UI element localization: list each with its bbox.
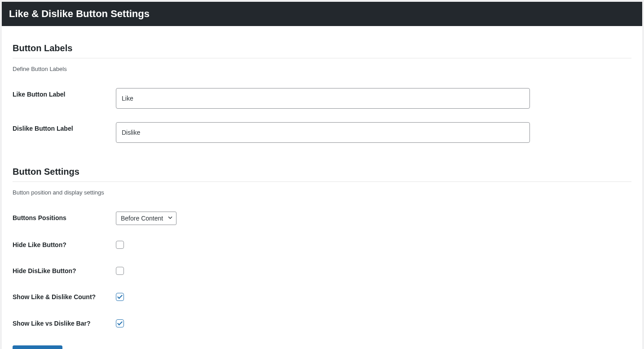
position-heading: Buttons Positions: [13, 205, 111, 232]
position-select[interactable]: Before Content: [116, 212, 176, 225]
dislike-label-input[interactable]: [116, 122, 530, 143]
form-table-settings: Buttons Positions Before Content: [13, 205, 631, 336]
show-count-checkbox[interactable]: [116, 293, 124, 301]
hide-dislike-heading: Hide DisLike Button?: [13, 258, 111, 284]
header-bar: Like & Dislike Button Settings: [2, 2, 642, 26]
section-title-labels: Button Labels: [13, 43, 631, 58]
show-count-heading: Show Like & Dislike Count?: [13, 284, 111, 310]
save-button[interactable]: Save Changes: [13, 345, 62, 349]
show-bar-heading: Show Like vs Dislike Bar?: [13, 310, 111, 336]
section-desc-labels: Define Button Labels: [13, 66, 631, 72]
hide-like-heading: Hide Like Button?: [13, 232, 111, 258]
section-desc-settings: Button position and display settings: [13, 189, 631, 196]
page-title: Like & Dislike Button Settings: [9, 8, 635, 20]
like-label-heading: Like Button Label: [13, 81, 111, 115]
hide-dislike-checkbox[interactable]: [116, 267, 124, 275]
show-bar-checkbox[interactable]: [116, 319, 124, 327]
content-area: Button Labels Define Button Labels Like …: [2, 43, 642, 349]
page-wrapper: Like & Dislike Button Settings Button La…: [2, 2, 642, 349]
like-label-input[interactable]: [116, 88, 530, 109]
submit-row: Save Changes: [13, 345, 631, 349]
section-title-settings: Button Settings: [13, 167, 631, 182]
hide-like-checkbox[interactable]: [116, 241, 124, 249]
position-select-wrap: Before Content: [116, 212, 176, 225]
form-table-labels: Like Button Label Dislike Button Label: [13, 81, 631, 150]
dislike-label-heading: Dislike Button Label: [13, 115, 111, 150]
